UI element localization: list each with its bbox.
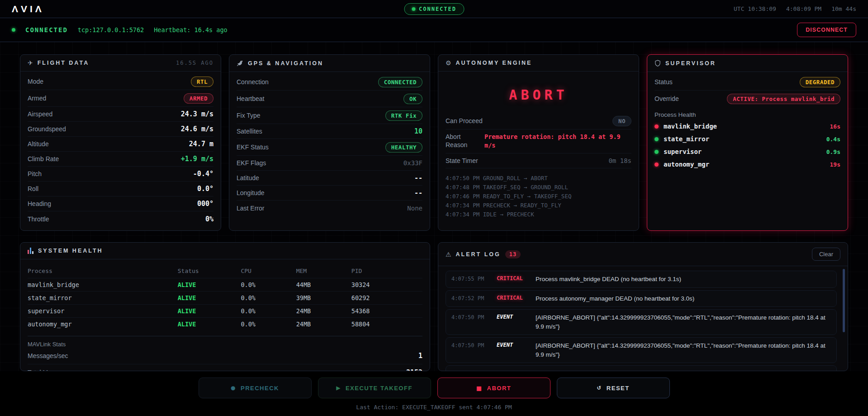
gear-icon: ⚙ [446, 60, 451, 66]
state-transition-entry: 4:07:34 PM IDLE → PRECHECK [446, 210, 631, 219]
warning-icon: ⚠ [446, 251, 451, 258]
data-row: Throttle 0% [28, 211, 213, 226]
alert-scrollbar-thumb[interactable] [843, 269, 845, 332]
alert-entry: 4:07:55 PM CRITICAL Process mavlink_brid… [446, 271, 837, 288]
data-row: Roll 0.0° [28, 182, 213, 196]
alert-time: 4:07:52 PM [451, 294, 490, 301]
cell-pid: 30324 [351, 281, 422, 288]
data-row: Satellites 10 [237, 124, 422, 139]
connection-dot-icon [12, 28, 15, 32]
data-row: Altitude 24.7 m [28, 137, 213, 152]
cell-process: mavlink_bridge [28, 281, 178, 288]
process-heartbeat-age: 19s [830, 161, 840, 168]
mavlink-stats-block: MAVLink Stats Messages/sec 1 Total Messa… [28, 336, 422, 371]
row-value: +1.9 m/s [181, 155, 213, 163]
alert-time: 4:07:55 PM [451, 275, 490, 282]
autonomy-body: ABORT Can Proceed NO Abort Reason Premat… [438, 72, 639, 230]
clear-alerts-button[interactable]: Clear [812, 248, 840, 261]
can-proceed-row: Can Proceed NO [446, 113, 631, 129]
cell-pid: 58804 [351, 320, 422, 328]
row-label: Override [655, 95, 679, 102]
heartbeat-age: Heartbeat: 16.4s ago [154, 26, 228, 33]
row-value: OK [403, 94, 422, 104]
data-row: Heading 000° [28, 196, 213, 211]
process-table-header: Process Status CPU MEM PID [28, 264, 422, 278]
data-row: Fix Type RTK Fix [237, 107, 422, 124]
panel-title: SYSTEM HEALTH [38, 248, 103, 254]
alert-list: 4:07:55 PM CRITICAL Process mavlink_brid… [438, 266, 848, 371]
row-label: Can Proceed [446, 117, 483, 124]
connection-status-label: CONNECTED [419, 6, 456, 12]
data-row: EKF Status HEALTHY [237, 139, 422, 156]
cell-pid: 60292 [351, 294, 422, 301]
process-status-dot-icon [655, 124, 659, 129]
connection-endpoint: tcp:127.0.0.1:5762 [78, 26, 144, 33]
gps-navigation-panel: GPS & NAVIGATION Connection CONNECTED He… [229, 54, 430, 231]
state-transition-entry: 4:07:46 PM READY_TO_FLY → TAKEOFF_SEQ [446, 192, 631, 201]
abort-label: ABORT [487, 385, 512, 392]
alert-entry: 4:07:52 PM CRITICAL Process autonomy_man… [446, 290, 837, 307]
row-value: 0% [205, 215, 213, 223]
shield-icon [655, 60, 661, 67]
state-transition-history: 4:07:50 PM GROUND_ROLL → ABORT 4:07:48 P… [446, 168, 631, 219]
supervisor-rows: Status DEGRADED Override ACTIVE: Process… [655, 74, 840, 107]
action-footer: ● PRECHECK ▶ EXECUTE TAKEOFF ■ ABORT ↺ R… [0, 371, 868, 416]
alert-time: 4:07:50 PM [451, 369, 490, 371]
row-label: Abort Reason [446, 133, 478, 149]
row-label: Mode [28, 78, 43, 85]
alert-entry: 4:07:50 PM EVENT [AIRBORNE_ABORT] {"alt"… [446, 337, 837, 363]
state-transition-entry: 4:07:50 PM GROUND_ROLL → ABORT [446, 174, 631, 183]
autonomy-header: ⚙ AUTONOMY ENGINE [438, 55, 639, 72]
connection-status-pill: CONNECTED [404, 3, 464, 15]
cell-status: ALIVE [178, 294, 241, 301]
process-name: autonomy_mgr [664, 161, 709, 168]
reset-button[interactable]: ↺ RESET [557, 378, 670, 398]
row-value: RTK Fix [385, 110, 422, 121]
cell-mem: 24MB [296, 307, 351, 315]
data-row: Climb Rate +1.9 m/s [28, 152, 213, 167]
state-transition-entry: 4:07:48 PM TAKEOFF_SEQ → GROUND_ROLL [446, 183, 631, 192]
cell-process: autonomy_mgr [28, 320, 178, 328]
precheck-button[interactable]: ● PRECHECK [199, 378, 312, 398]
cell-status: ALIVE [178, 307, 241, 315]
col-status: Status [178, 268, 241, 274]
clock-group: UTC 10:38:09 4:08:09 PM 10m 44s [734, 5, 856, 12]
cell-status: ALIVE [178, 320, 241, 328]
row-label: EKF Flags [237, 159, 266, 167]
dashboard-main: ✈ FLIGHT DATA 16.5S AGO Mode RTL Armed A… [0, 42, 868, 371]
alert-entry: 4:07:50 PM EVENT [AIRBORNE_ABORT] {"alt"… [446, 309, 837, 335]
table-row: state_mirror ALIVE 0.0% 39MB 60292 [28, 291, 422, 304]
bar-chart-icon [28, 248, 33, 254]
panel-title: ALERT LOG [456, 251, 501, 258]
alert-message: [AIRBORNE_ABORT] {"alt":14.3299999237060… [536, 313, 831, 331]
abort-button[interactable]: ■ ABORT [437, 378, 550, 398]
cell-mem: 39MB [296, 294, 351, 301]
row-value: ARMED [184, 93, 213, 104]
cell-cpu: 0.0% [241, 281, 296, 288]
system-health-panel: SYSTEM HEALTH Process Status CPU MEM PID [20, 242, 430, 371]
cell-mem: 44MB [296, 281, 351, 288]
plane-icon: ✈ [28, 60, 33, 66]
row-value: 0.0° [197, 185, 213, 193]
row-value: -0.4° [193, 170, 213, 178]
data-row: Mode RTL [28, 73, 213, 90]
gps-header: GPS & NAVIGATION [229, 55, 430, 72]
row-value: HEALTHY [385, 142, 422, 153]
alert-level-badge: EVENT [497, 369, 529, 371]
col-mem: MEM [296, 268, 351, 274]
data-row: Last Error None [237, 201, 422, 215]
gps-rows: Connection CONNECTED Heartbeat OK Fix Ty… [229, 72, 430, 230]
utc-clock: UTC 10:38:09 [734, 5, 776, 12]
disconnect-button[interactable]: DISCONNECT [797, 23, 856, 37]
cell-cpu: 0.0% [241, 320, 296, 328]
process-health-list: mavlink_bridge 16s state_mirror 0.4s sup [655, 120, 840, 171]
table-row: autonomy_mgr ALIVE 0.0% 24MB 58804 [28, 317, 422, 330]
execute-takeoff-button[interactable]: ▶ EXECUTE TAKEOFF [318, 378, 431, 398]
alert-entry: 4:07:50 PM EVENT [PREMATURE_ROTATION] {"… [446, 365, 837, 371]
abort-reason-text: Premature rotation: pitch 18.4 at 9.9 m/… [484, 133, 631, 150]
row-value: 24.7 m [189, 140, 213, 148]
process-health-label: Process Health [655, 107, 840, 120]
supervisor-panel: SUPERVISOR Status DEGRADED Override ACTI… [647, 54, 848, 231]
stat-row: Total Messages 3152 [28, 364, 422, 371]
row-label: Pitch [28, 170, 42, 177]
